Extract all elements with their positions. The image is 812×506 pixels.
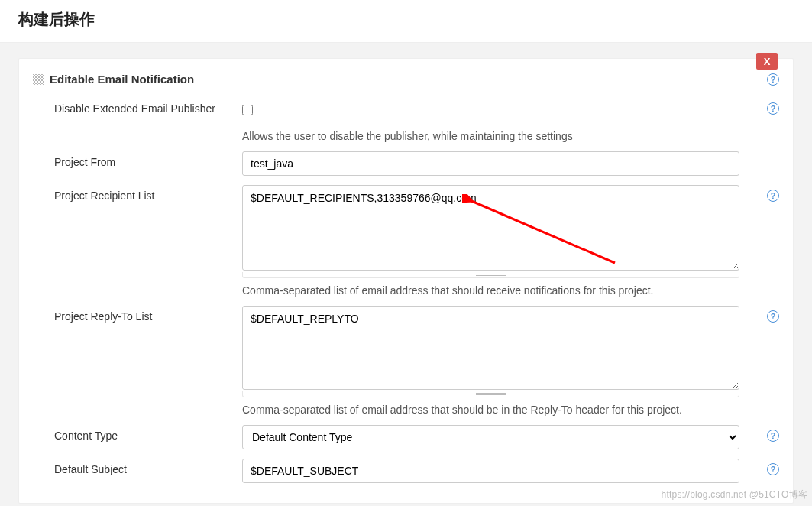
label-project-from: Project From	[54, 151, 242, 168]
label-default-subject: Default Subject	[54, 459, 242, 475]
textarea-reply-to[interactable]	[242, 306, 739, 390]
row-disable-publisher: Disable Extended Email Publisher ?	[19, 93, 793, 122]
label-recipient-list: Project Recipient List	[54, 185, 242, 202]
row-content-type: Content Type Default Content Type ?	[19, 420, 793, 454]
checkbox-disable-publisher[interactable]	[242, 105, 253, 115]
page-title: 构建后操作	[18, 9, 794, 30]
input-default-subject[interactable]	[242, 459, 739, 483]
section-header: Editable Email Notification ?	[19, 59, 793, 93]
textarea-recipient-list[interactable]	[242, 185, 739, 271]
page-header: 构建后操作	[0, 0, 812, 43]
help-icon[interactable]: ?	[767, 310, 779, 323]
row-recipient-list: Project Recipient List Comma-separated l…	[19, 180, 793, 301]
label-reply-to: Project Reply-To List	[54, 306, 242, 323]
section-title: Editable Email Notification	[50, 73, 194, 86]
desc-disable-publisher: Allows the user to disable the publisher…	[242, 130, 739, 142]
help-icon[interactable]: ?	[767, 102, 779, 115]
drag-handle-icon[interactable]	[33, 74, 44, 85]
post-build-section: X Editable Email Notification ? Disable …	[18, 58, 794, 504]
row-default-subject: Default Subject ?	[19, 454, 793, 488]
help-icon[interactable]: ?	[767, 190, 779, 202]
resize-handle[interactable]	[242, 272, 739, 278]
select-content-type[interactable]: Default Content Type	[242, 425, 739, 449]
row-disable-publisher-desc: Allows the user to disable the publisher…	[19, 122, 793, 147]
help-icon[interactable]: ?	[767, 463, 779, 475]
help-icon[interactable]: ?	[767, 430, 779, 442]
label-disable-publisher: Disable Extended Email Publisher	[54, 98, 242, 115]
close-button[interactable]: X	[756, 53, 778, 70]
label-content-type: Content Type	[54, 425, 242, 442]
row-reply-to: Project Reply-To List Comma-separated li…	[19, 301, 793, 420]
help-icon[interactable]: ?	[767, 73, 779, 86]
desc-reply-to: Comma-separated list of email address th…	[242, 404, 739, 416]
row-project-from: Project From	[19, 147, 793, 180]
input-project-from[interactable]	[242, 151, 739, 176]
desc-recipient-list: Comma-separated list of email address th…	[242, 284, 739, 297]
resize-handle[interactable]	[242, 391, 739, 397]
